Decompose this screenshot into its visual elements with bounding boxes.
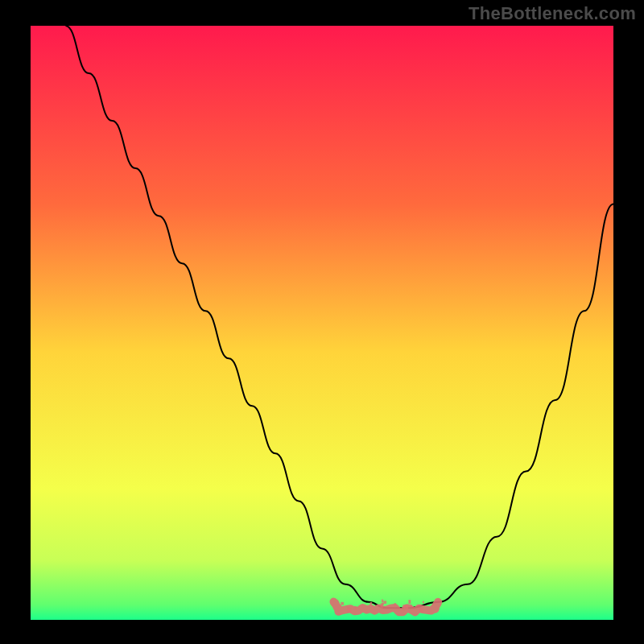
plot-background: [31, 26, 613, 620]
bottleneck-plot: [0, 0, 644, 644]
svg-rect-4: [382, 600, 383, 603]
watermark-text: TheBottleneck.com: [469, 3, 636, 24]
svg-rect-11: [369, 602, 372, 605]
svg-rect-0: [354, 606, 357, 609]
svg-rect-16: [423, 601, 424, 604]
svg-rect-12: [403, 605, 406, 610]
svg-rect-15: [394, 603, 396, 607]
svg-rect-13: [341, 602, 344, 605]
svg-rect-10: [409, 605, 412, 606]
svg-rect-17: [405, 605, 408, 609]
svg-rect-14: [349, 608, 351, 612]
svg-rect-7: [382, 603, 384, 605]
chart-frame: TheBottleneck.com: [0, 0, 644, 644]
svg-rect-9: [419, 608, 423, 612]
svg-rect-8: [408, 600, 411, 604]
svg-rect-2: [383, 601, 386, 604]
